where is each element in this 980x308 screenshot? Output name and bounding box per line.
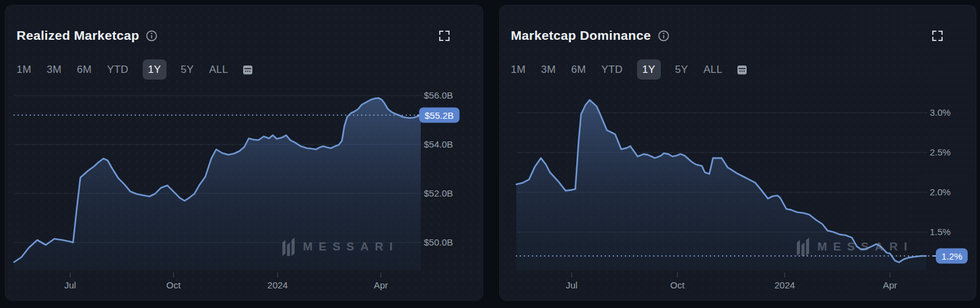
card-header: Marketcap Dominance <box>511 28 976 43</box>
x-axis-label: Apr <box>883 280 897 291</box>
fullscreen-button[interactable] <box>439 30 451 42</box>
messari-logo-icon <box>282 237 297 257</box>
fullscreen-icon <box>932 30 943 42</box>
x-axis-label: Jul <box>64 280 76 291</box>
range-3m-button[interactable]: 3M <box>47 59 61 80</box>
y-axis-label: 2.0% <box>930 187 951 198</box>
y-axis-label: 3.0% <box>930 107 951 118</box>
current-value-badge: 1.2% <box>936 249 968 264</box>
realized-marketcap-card: $56.0B$54.0B$52.0B$50.0BJulOct2024Apr$55… <box>5 5 483 301</box>
x-axis-label: Oct <box>670 280 684 291</box>
y-axis-label: $54.0B <box>424 139 453 150</box>
watermark-text: MESSARI <box>303 240 399 254</box>
y-axis-label: $56.0B <box>424 90 453 101</box>
range-5y-button[interactable]: 5Y <box>181 59 194 80</box>
range-all-button[interactable]: ALL <box>209 59 228 80</box>
x-axis-label: Apr <box>374 280 388 291</box>
page-title: Realized Marketcap <box>17 28 139 43</box>
range-ytd-button[interactable]: YTD <box>107 59 129 80</box>
marketcap-dominance-card: 3.0%2.5%2.0%1.5%JulOct2024Apr1.2% Market… <box>499 5 976 301</box>
info-icon[interactable] <box>146 30 157 42</box>
y-axis-label: $52.0B <box>424 188 453 199</box>
range-ytd-button[interactable]: YTD <box>601 59 623 80</box>
time-range-selector: 1M 3M 6M YTD 1Y 5Y ALL <box>17 59 254 80</box>
page-title: Marketcap Dominance <box>511 28 651 43</box>
fullscreen-icon <box>439 30 450 42</box>
calendar-icon[interactable] <box>242 64 254 75</box>
x-axis-label: Oct <box>167 280 181 291</box>
range-1y-button[interactable]: 1Y <box>637 59 661 80</box>
messari-watermark: MESSARI <box>282 237 399 257</box>
range-5y-button[interactable]: 5Y <box>675 59 688 80</box>
range-6m-button[interactable]: 6M <box>571 59 586 80</box>
range-6m-button[interactable]: 6M <box>77 59 91 80</box>
card-header: Realized Marketcap <box>17 28 483 43</box>
messari-logo-icon <box>797 237 812 257</box>
badge-dash <box>933 255 938 257</box>
y-axis-label: 1.5% <box>930 227 951 238</box>
badge-dash <box>417 115 423 116</box>
y-axis-label: 2.5% <box>930 147 951 158</box>
chart-layer: $56.0B$54.0B$52.0B$50.0BJulOct2024Apr$55… <box>5 5 483 301</box>
calendar-icon[interactable] <box>736 64 748 75</box>
range-1m-button[interactable]: 1M <box>17 59 31 80</box>
messari-watermark: MESSARI <box>797 237 913 257</box>
watermark-text: MESSARI <box>817 240 913 254</box>
x-axis-label: 2024 <box>268 280 288 291</box>
range-1m-button[interactable]: 1M <box>511 59 526 80</box>
time-range-selector: 1M 3M 6M YTD 1Y 5Y ALL <box>511 59 748 80</box>
range-1y-button[interactable]: 1Y <box>143 59 167 80</box>
info-icon[interactable] <box>658 30 669 42</box>
current-value-badge: $55.2B <box>419 108 459 123</box>
x-axis-label: Jul <box>566 280 578 291</box>
realized-marketcap-chart <box>5 5 483 301</box>
fullscreen-button[interactable] <box>932 30 944 42</box>
y-axis-label: $50.0B <box>424 237 453 248</box>
range-all-button[interactable]: ALL <box>703 59 722 80</box>
x-axis-label: 2024 <box>775 280 795 291</box>
range-3m-button[interactable]: 3M <box>541 59 556 80</box>
